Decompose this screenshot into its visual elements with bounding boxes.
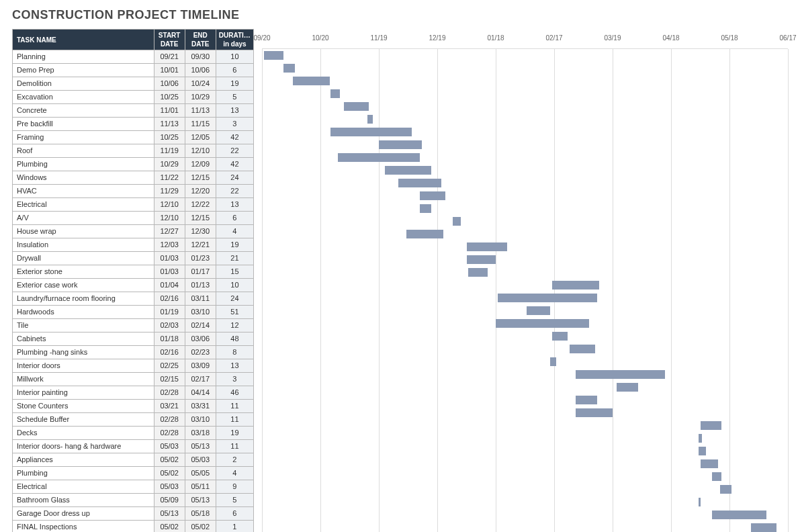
gantt-bar[interactable] <box>406 230 443 238</box>
cell-duration[interactable]: 4 <box>216 467 253 480</box>
cell-duration[interactable]: 51 <box>216 306 253 319</box>
cell-end-date[interactable]: 05/03 <box>185 453 216 467</box>
cell-start-date[interactable]: 10/29 <box>154 158 185 171</box>
cell-end-date[interactable]: 03/09 <box>185 359 216 373</box>
cell-duration[interactable]: 2 <box>216 453 253 467</box>
cell-task-name[interactable]: Stone Counters <box>13 400 154 413</box>
cell-end-date[interactable]: 12/20 <box>185 185 216 198</box>
gantt-bar[interactable] <box>496 319 589 328</box>
cell-start-date[interactable]: 05/09 <box>154 494 185 507</box>
cell-end-date[interactable]: 10/29 <box>185 91 216 104</box>
cell-start-date[interactable]: 09/21 <box>154 50 185 64</box>
cell-task-name[interactable]: Schedule Buffer <box>13 413 154 427</box>
gantt-bar[interactable] <box>330 89 341 98</box>
cell-start-date[interactable]: 02/03 <box>154 319 185 332</box>
cell-start-date[interactable]: 10/06 <box>154 77 185 91</box>
cell-start-date[interactable]: 05/02 <box>154 453 185 467</box>
gantt-bar[interactable] <box>720 485 731 494</box>
gantt-bar[interactable] <box>576 396 597 404</box>
cell-duration[interactable]: 42 <box>216 131 253 144</box>
cell-start-date[interactable]: 11/22 <box>154 171 185 185</box>
cell-end-date[interactable]: 05/11 <box>185 480 216 494</box>
cell-duration[interactable]: 21 <box>216 252 253 265</box>
cell-task-name[interactable]: Exterior case work <box>13 279 154 292</box>
cell-duration[interactable]: 19 <box>216 77 253 91</box>
cell-start-date[interactable]: 02/15 <box>154 373 185 386</box>
cell-task-name[interactable]: Laundry/furnace room flooring <box>13 292 154 306</box>
cell-duration[interactable]: 46 <box>216 386 253 400</box>
cell-end-date[interactable]: 03/10 <box>185 413 216 427</box>
gantt-bar[interactable] <box>330 128 412 136</box>
gantt-bar[interactable] <box>385 166 432 175</box>
cell-start-date[interactable]: 05/13 <box>154 507 185 521</box>
gantt-bar[interactable] <box>468 268 488 277</box>
gantt-bar[interactable] <box>264 51 283 60</box>
cell-end-date[interactable]: 01/23 <box>185 252 216 265</box>
cell-task-name[interactable]: Pre backfill <box>13 118 154 131</box>
cell-duration[interactable]: 9 <box>216 480 253 494</box>
gantt-bar[interactable] <box>617 383 638 392</box>
cell-task-name[interactable]: Exterior stone <box>13 265 154 279</box>
cell-end-date[interactable]: 12/10 <box>185 144 216 158</box>
cell-task-name[interactable]: Excavation <box>13 91 154 104</box>
cell-start-date[interactable]: 05/02 <box>154 521 185 533</box>
cell-task-name[interactable]: Interior painting <box>13 386 154 400</box>
cell-duration[interactable]: 24 <box>216 292 253 306</box>
cell-task-name[interactable]: FINAL Inspections <box>13 521 154 533</box>
cell-end-date[interactable]: 11/15 <box>185 118 216 131</box>
cell-end-date[interactable]: 10/06 <box>185 64 216 77</box>
cell-duration[interactable]: 5 <box>216 494 253 507</box>
gantt-bar[interactable] <box>293 77 330 85</box>
cell-task-name[interactable]: Planning <box>13 50 154 64</box>
cell-end-date[interactable]: 03/11 <box>185 292 216 306</box>
cell-duration[interactable]: 12 <box>216 319 253 332</box>
cell-duration[interactable]: 11 <box>216 400 253 413</box>
gantt-bar[interactable] <box>576 370 665 379</box>
cell-start-date[interactable]: 05/02 <box>154 467 185 480</box>
cell-task-name[interactable]: Bathroom Glass <box>13 494 154 507</box>
cell-task-name[interactable]: Roof <box>13 144 154 158</box>
gantt-bar[interactable] <box>398 179 441 187</box>
cell-start-date[interactable]: 10/25 <box>154 131 185 144</box>
cell-end-date[interactable]: 12/22 <box>185 198 216 212</box>
cell-end-date[interactable]: 09/30 <box>185 50 216 64</box>
cell-task-name[interactable]: Plumbing <box>13 158 154 171</box>
gantt-bar[interactable] <box>338 153 420 162</box>
cell-start-date[interactable]: 03/21 <box>154 400 185 413</box>
cell-end-date[interactable]: 12/15 <box>185 212 216 225</box>
cell-start-date[interactable]: 10/01 <box>154 64 185 77</box>
cell-start-date[interactable]: 12/10 <box>154 198 185 212</box>
cell-duration[interactable]: 11 <box>216 413 253 427</box>
cell-duration[interactable]: 19 <box>216 238 253 252</box>
cell-end-date[interactable]: 12/09 <box>185 158 216 171</box>
cell-duration[interactable]: 6 <box>216 64 253 77</box>
cell-duration[interactable]: 8 <box>216 346 253 359</box>
gantt-bar[interactable] <box>344 102 369 111</box>
cell-start-date[interactable]: 02/28 <box>154 386 185 400</box>
cell-end-date[interactable]: 03/06 <box>185 332 216 346</box>
cell-end-date[interactable]: 12/05 <box>185 131 216 144</box>
cell-start-date[interactable]: 01/19 <box>154 306 185 319</box>
gantt-bar[interactable] <box>576 408 613 417</box>
gantt-bar[interactable] <box>701 421 722 430</box>
cell-end-date[interactable]: 03/18 <box>185 427 216 440</box>
cell-start-date[interactable]: 01/03 <box>154 265 185 279</box>
gantt-bar[interactable] <box>701 459 718 468</box>
cell-duration[interactable]: 13 <box>216 104 253 118</box>
gantt-bar[interactable] <box>467 255 496 264</box>
cell-start-date[interactable]: 11/13 <box>154 118 185 131</box>
cell-end-date[interactable]: 05/05 <box>185 467 216 480</box>
gantt-bar[interactable] <box>467 242 508 251</box>
cell-task-name[interactable]: House wrap <box>13 225 154 238</box>
gantt-bar[interactable] <box>570 345 595 353</box>
cell-duration[interactable]: 5 <box>216 91 253 104</box>
gantt-bar[interactable] <box>712 511 766 519</box>
gantt-bar[interactable] <box>420 204 431 213</box>
cell-duration[interactable]: 19 <box>216 427 253 440</box>
cell-duration[interactable]: 3 <box>216 373 253 386</box>
cell-duration[interactable]: 4 <box>216 225 253 238</box>
cell-task-name[interactable]: Demo Prep <box>13 64 154 77</box>
gantt-bar[interactable] <box>552 281 599 290</box>
cell-duration[interactable]: 10 <box>216 279 253 292</box>
cell-end-date[interactable]: 12/21 <box>185 238 216 252</box>
